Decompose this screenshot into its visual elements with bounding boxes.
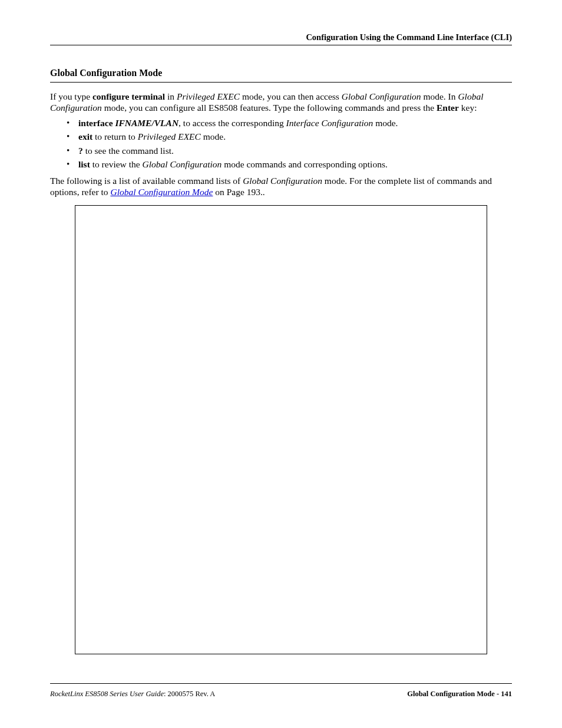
list-item: interface IFNAME/VLAN, to access the cor… <box>67 117 512 129</box>
text: to see the command list. <box>83 146 174 156</box>
text: to review the <box>90 159 143 169</box>
text: mode. <box>201 131 226 141</box>
bold-text: interface <box>78 118 113 128</box>
text: key: <box>459 103 477 113</box>
italic-text: Global Configuration <box>342 91 421 101</box>
text: , to access the corresponding <box>178 118 286 128</box>
list-item: exit to return to Privileged EXEC mode. <box>67 131 512 142</box>
italic-text: Global Configuration <box>243 176 322 186</box>
bold-text: Enter <box>437 103 459 113</box>
text: If you type <box>50 91 92 101</box>
text: in <box>165 91 177 101</box>
footer-right: Global Configuration Mode - 141 <box>407 690 512 699</box>
bold-text: configure terminal <box>92 91 165 101</box>
intro-paragraph: If you type configure terminal in Privil… <box>50 91 512 114</box>
footer-left: RocketLinx ES8508 Series User Guide: 200… <box>50 690 215 699</box>
text: mode. <box>373 118 398 128</box>
text: on Page 193.. <box>213 187 265 197</box>
text: to return to <box>92 131 138 141</box>
italic-text: Interface Configuration <box>286 118 373 128</box>
italic-text: Global Configuration <box>142 159 222 169</box>
text: mode commands and corresponding options. <box>222 159 388 169</box>
figure-placeholder <box>75 205 487 654</box>
page-footer: RocketLinx ES8508 Series User Guide: 200… <box>50 683 512 699</box>
bold-text: exit <box>78 131 92 141</box>
cross-reference-link[interactable]: Global Configuration Mode <box>110 187 213 197</box>
list-item: list to review the Global Configuration … <box>67 159 512 170</box>
section-heading: Global Configuration Mode <box>50 68 512 83</box>
bold-text: list <box>78 159 90 169</box>
paragraph-2: The following is a list of available com… <box>50 176 512 198</box>
footer-guide-title: RocketLinx ES8508 Series User Guide <box>50 690 164 698</box>
page-header: Configuration Using the Command Line Int… <box>50 32 512 45</box>
text: mode, you can then access <box>240 91 342 101</box>
italic-text: Privileged EXEC <box>138 131 201 141</box>
header-right-text: Configuration Using the Command Line Int… <box>306 32 512 42</box>
list-item: ? to see the command list. <box>67 145 512 156</box>
bold-text: ? <box>78 146 83 156</box>
italic-text: Privileged EXEC <box>177 91 240 101</box>
text: mode. In <box>421 91 458 101</box>
text: The following is a list of available com… <box>50 176 243 186</box>
page: Configuration Using the Command Line Int… <box>0 0 562 728</box>
bullet-list: interface IFNAME/VLAN, to access the cor… <box>50 117 512 170</box>
text: mode, you can configure all ES8508 featu… <box>102 103 437 113</box>
footer-rev: : 2000575 Rev. A <box>164 690 215 698</box>
bolditalic-text: IFNAME/VLAN <box>115 118 178 128</box>
